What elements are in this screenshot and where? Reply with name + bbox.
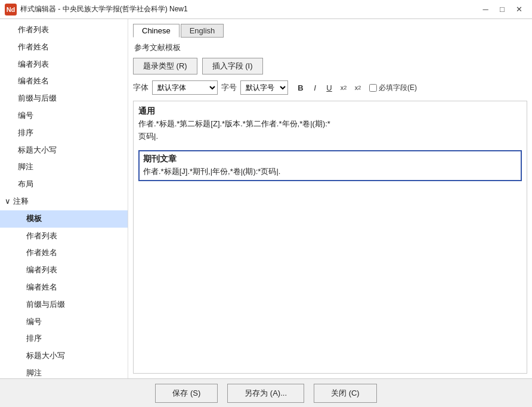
entry-title-journal: 期刊文章 (143, 154, 517, 164)
font-label: 字体 (133, 82, 149, 93)
content-area[interactable]: 通用 作者.*标题.*第二标题[Z].*版本.*第二作者.*年份,*卷|(期):… (133, 101, 527, 374)
sidebar-item-number-1[interactable]: 编号 (0, 107, 128, 125)
sidebar-item-editor-name-2[interactable]: 编者姓名 (0, 279, 128, 296)
entry-title-general: 通用 (138, 106, 522, 117)
entry-block-journal[interactable]: 期刊文章 作者.*标题[J].*期刊,|年份,*卷|(期):*页码|. (138, 150, 522, 182)
font-select[interactable]: 默认字体 (152, 80, 218, 95)
sidebar-item-footnote-2[interactable]: 脚注 (0, 365, 128, 378)
minimize-button[interactable]: ─ (477, 3, 494, 16)
sidebar-item-sort-1[interactable]: 排序 (0, 125, 128, 142)
insert-field-button[interactable]: 插入字段 (I) (202, 58, 263, 74)
sidebar: 作者列表 作者姓名 编者列表 编者姓名 前缀与后缀 编号 排序 标题大小写 脚注… (0, 19, 128, 378)
font-row: 字体 默认字体 字号 默认字号 B I U x2 x2 必填字段(E) (133, 80, 527, 95)
subscript-button[interactable]: x2 (337, 81, 350, 94)
tab-english[interactable]: English (181, 24, 224, 38)
maximize-button[interactable]: □ (494, 3, 511, 16)
tab-bar: Chinese English (133, 24, 527, 38)
sidebar-item-author-name-1[interactable]: 作者姓名 (0, 39, 128, 56)
sidebar-item-capitalize-1[interactable]: 标题大小写 (0, 142, 128, 159)
entry-content-journal: 作者.*标题[J].*期刊,|年份,*卷|(期):*页码|. (143, 166, 517, 178)
italic-button[interactable]: I (308, 81, 321, 94)
save-as-button[interactable]: 另存为 (A)... (227, 384, 304, 403)
ref-template-label: 参考文献模板 (133, 42, 527, 53)
right-panel: Chinese English 参考文献模板 题录类型 (R) 插入字段 (I)… (128, 19, 532, 378)
entry-content-general: 作者.*标题.*第二标题[Z].*版本.*第二作者.*年份,*卷|(期):*页码… (138, 118, 522, 143)
sidebar-item-capitalize-2[interactable]: 标题大小写 (0, 347, 128, 365)
bottom-bar: 保存 (S) 另存为 (A)... 关闭 (C) (0, 378, 532, 407)
bold-button[interactable]: B (294, 81, 307, 94)
sidebar-item-editor-list-2[interactable]: 编者列表 (0, 262, 128, 279)
sidebar-item-sort-2[interactable]: 排序 (0, 330, 128, 347)
format-buttons: B I U x2 x2 必填字段(E) (294, 81, 417, 94)
required-field-checkbox-label[interactable]: 必填字段(E) (369, 83, 417, 93)
sidebar-item-author-list-1[interactable]: 作者列表 (0, 21, 128, 39)
close-button[interactable]: 关闭 (C) (314, 384, 377, 403)
entry-block-general: 通用 作者.*标题.*第二标题[Z].*版本.*第二作者.*年份,*卷|(期):… (138, 106, 522, 143)
close-window-button[interactable]: ✕ (511, 3, 527, 16)
toolbar-row: 题录类型 (R) 插入字段 (I) (133, 58, 527, 74)
titlebar: Nd 样式编辑器 - 中央民族大学学报(哲学社会科学) New1 ─ □ ✕ (0, 0, 532, 19)
required-field-checkbox[interactable] (369, 84, 377, 92)
required-field-label: 必填字段(E) (379, 83, 417, 93)
underline-button[interactable]: U (323, 81, 336, 94)
titlebar-left: Nd 样式编辑器 - 中央民族大学学报(哲学社会科学) New1 (5, 4, 188, 15)
size-label: 字号 (221, 82, 237, 93)
sidebar-group-annotation[interactable]: ∨ 注释 (0, 193, 128, 210)
entry-type-button[interactable]: 题录类型 (R) (133, 58, 197, 74)
superscript-button[interactable]: x2 (351, 81, 364, 94)
sidebar-group-label: 注释 (13, 195, 29, 208)
sidebar-item-layout-1[interactable]: 布局 (0, 176, 128, 193)
sidebar-item-author-name-2[interactable]: 作者姓名 (0, 244, 128, 262)
sidebar-item-prefix-suffix-2[interactable]: 前缀与后缀 (0, 296, 128, 313)
app-icon: Nd (5, 4, 17, 15)
sidebar-item-template[interactable]: 模板 (0, 210, 128, 228)
main-content: 作者列表 作者姓名 编者列表 编者姓名 前缀与后缀 编号 排序 标题大小写 脚注… (0, 19, 532, 378)
sidebar-item-footnote-1[interactable]: 脚注 (0, 159, 128, 176)
sidebar-item-author-list-2[interactable]: 作者列表 (0, 228, 128, 245)
chevron-down-icon: ∨ (5, 195, 11, 208)
sidebar-item-prefix-suffix-1[interactable]: 前缀与后缀 (0, 90, 128, 107)
sidebar-item-editor-list-1[interactable]: 编者列表 (0, 56, 128, 73)
sidebar-item-number-2[interactable]: 编号 (0, 313, 128, 331)
titlebar-title: 样式编辑器 - 中央民族大学学报(哲学社会科学) New1 (20, 4, 188, 14)
tab-chinese[interactable]: Chinese (133, 24, 180, 38)
size-select[interactable]: 默认字号 (240, 80, 288, 95)
titlebar-controls: ─ □ ✕ (477, 3, 527, 16)
save-button[interactable]: 保存 (S) (155, 384, 218, 403)
sidebar-item-editor-name-1[interactable]: 编者姓名 (0, 73, 128, 90)
